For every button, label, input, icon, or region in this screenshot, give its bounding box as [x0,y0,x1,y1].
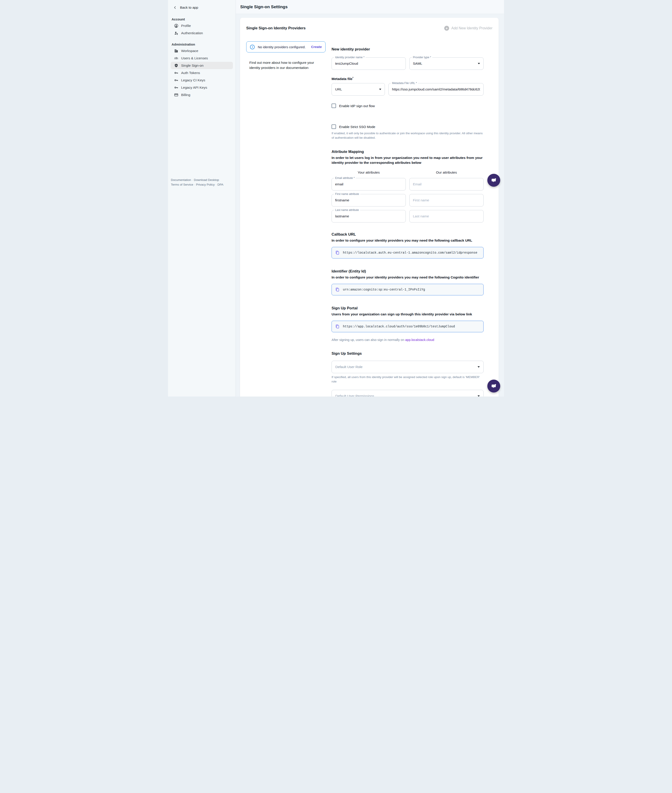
metadata-file-url-input[interactable] [392,87,480,91]
chat-bubble-icon [490,177,497,184]
providers-list-column: i No identity providers configured. Crea… [246,41,326,396]
sidebar-item-profile[interactable]: Profile [171,22,233,29]
sidebar-item-legacy-ci-keys[interactable]: Legacy CI Keys [171,77,233,84]
key-icon [174,70,178,75]
last-name-attribute-input[interactable] [335,214,402,218]
privacy-policy-link[interactable]: Privacy Policy [196,183,215,186]
sidebar-item-label: Profile [181,24,191,28]
sidebar-item-authentication[interactable]: Authentication [171,29,233,37]
our-first-name-input[interactable] [413,198,480,202]
key-icon [174,85,178,90]
checkbox-label: Enable IdP sign out flow [339,104,375,108]
person-icon [174,24,178,28]
our-email-field[interactable] [409,178,483,191]
chat-widget-button[interactable] [487,174,500,187]
documentation-link[interactable]: Documentation [171,178,191,182]
plus-circle-icon: + [444,26,449,30]
copy-icon[interactable] [335,250,340,255]
add-new-identity-provider-label: Add New Identity Provider [451,26,493,30]
sidebar-item-single-sign-on[interactable]: Single Sign-on [171,62,233,69]
people-icon [174,56,178,61]
person-key-icon [174,31,178,35]
our-last-name-input[interactable] [413,214,480,218]
provider-type-select[interactable]: Provider type * SAML [409,57,483,70]
copy-icon[interactable] [335,324,340,329]
field-label: Email attribute * [334,176,356,179]
metadata-source-select[interactable]: URL [331,83,385,96]
sidebar-item-legacy-api-keys[interactable]: Legacy API Keys [171,84,233,91]
our-attributes-header: Our attributes [409,170,483,175]
chat-widget-button[interactable] [487,380,500,392]
chevron-left-icon [173,5,178,10]
metadata-file-url-field[interactable]: Metadata File URL * [389,83,483,96]
identity-providers-card: Single Sign-on Identity Providers + Add … [240,18,499,396]
first-name-attribute-input[interactable] [335,198,402,202]
page-title: Single Sign-on Settings [240,5,288,9]
chevron-down-icon [478,396,480,396]
signup-portal-heading: Sign Up Portal [331,306,483,311]
field-label: Last name attribute [334,208,360,211]
sidebar-item-label: Billing [181,93,190,97]
sidebar-item-label: Single Sign-on [181,64,203,67]
last-name-attribute-field[interactable]: Last name attribute [331,210,406,223]
email-attribute-input[interactable] [335,182,402,186]
after-signup-note: After signing up, users can also sign in… [331,338,483,341]
form-heading: New identity provider [331,47,483,51]
no-providers-alert: i No identity providers configured. Crea… [246,41,326,53]
signup-portal-description: Users from your organization can sign up… [331,312,483,317]
field-label: Identity provider name * [334,56,366,59]
back-to-app-button[interactable]: Back to app [168,3,235,11]
email-attribute-field[interactable]: Email attribute * [331,178,406,191]
identity-provider-name-field[interactable]: Identity provider name * [331,57,406,70]
footer-separator: · [194,183,196,186]
sidebar-footer: Documentation·Download Desktop Terms of … [171,178,232,187]
first-name-attribute-field[interactable]: First name attribute [331,194,406,207]
field-label: First name attribute [334,192,360,195]
checkbox-label: Enable Strict SSO Mode [339,125,375,129]
info-icon: i [250,45,254,49]
copy-icon[interactable] [335,287,340,292]
metadata-file-label: Metadata file* [331,77,483,81]
app-localstack-cloud-link[interactable]: app.localstack.cloud [405,338,434,341]
create-link[interactable]: Create [311,45,322,49]
terms-of-service-link[interactable]: Terms of Service [171,183,194,186]
sidebar-item-label: Auth Tokens [181,71,200,75]
main-area: Single Sign-on Settings Single Sign-on I… [236,0,504,396]
credit-card-icon [174,93,178,97]
add-new-identity-provider-button[interactable]: + Add New Identity Provider [444,26,493,30]
default-user-role-select[interactable]: Default User Role [331,361,483,373]
dpa-link[interactable]: DPA [218,183,224,186]
footer-separator: · [215,183,218,186]
default-user-permissions-select[interactable]: Default User Permissions [331,390,483,396]
chevron-down-icon [478,366,480,368]
attribute-mapping-description: In order to let users log in from your o… [331,155,483,165]
new-identity-provider-form: New identity provider Identity provider … [331,41,483,396]
identity-provider-name-input[interactable] [335,62,402,66]
key-icon [174,78,178,82]
sidebar-item-label: Users & Licenses [181,56,208,60]
sidebar-item-workspace[interactable]: Workspace [171,47,233,54]
our-last-name-field[interactable] [409,210,483,223]
download-desktop-link[interactable]: Download Desktop [194,178,219,182]
our-first-name-field[interactable] [409,194,483,207]
identifier-description: In order to configure your identity prov… [331,275,483,280]
sidebar-item-billing[interactable]: Billing [171,91,233,98]
field-label: Metadata File URL * [391,82,418,85]
metadata-source-value: URL [335,87,342,91]
chat-bubble-icon [490,383,497,389]
identifier-heading: Identifier (Entity Id) [331,269,483,274]
building-icon [174,49,178,53]
enable-idp-signout-checkbox[interactable]: Enable IdP sign out flow [331,104,483,108]
sidebar-item-auth-tokens[interactable]: Auth Tokens [171,69,233,77]
enable-strict-sso-checkbox[interactable]: Enable Strict SSO Mode [331,125,483,129]
sidebar-item-users-licenses[interactable]: Users & Licenses [171,54,233,62]
default-user-permissions-placeholder: Default User Permissions [335,394,374,396]
callback-url-box: https://localstack.auth.eu-central-1.ama… [331,247,483,258]
default-user-role-placeholder: Default User Role [335,365,362,369]
sidebar-item-label: Authentication [181,31,203,35]
alert-message: No identity providers configured. [258,45,308,49]
attribute-mapping-heading: Attribute Mapping [331,150,483,154]
checkbox-icon [331,104,336,108]
our-email-input[interactable] [413,182,480,186]
required-asterisk: * [352,77,354,79]
